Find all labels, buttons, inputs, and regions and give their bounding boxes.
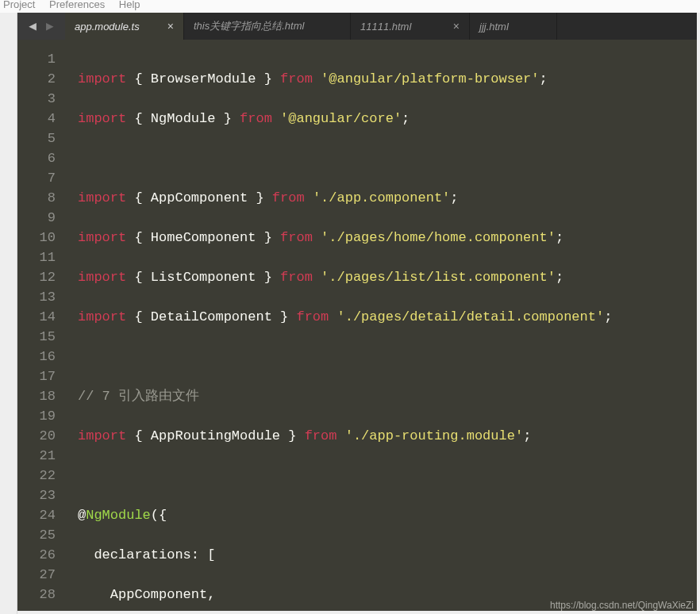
close-icon[interactable]: × — [167, 20, 174, 33]
string: './pages/home/home.component' — [321, 230, 556, 245]
nav-arrows: ◀ ▶ — [17, 13, 65, 40]
menu-project[interactable]: Project — [3, 0, 35, 10]
comment: // 7 引入路由文件 — [78, 389, 199, 404]
code-text: declarations: [ — [78, 547, 215, 562]
tab-label: 11111.html — [360, 21, 411, 33]
symbols: { BrowserModule } — [134, 71, 271, 86]
string: './app-routing.module' — [345, 428, 523, 443]
symbols: { HomeComponent } — [134, 230, 271, 245]
symbols: { NgModule } — [134, 111, 231, 126]
string: './pages/detail/detail.component' — [337, 309, 604, 324]
symbols: { DetailComponent } — [134, 309, 288, 324]
keyword: from — [280, 270, 313, 285]
string: './pages/list/list.component' — [321, 270, 556, 285]
string: '@angular/core' — [280, 111, 402, 126]
keyword: import — [78, 71, 126, 86]
tab-label: app.module.ts — [75, 21, 140, 33]
tab-app-module[interactable]: app.module.ts × — [65, 13, 184, 40]
close-icon[interactable]: × — [453, 20, 460, 33]
keyword: from — [296, 309, 329, 324]
tab-bar: ◀ ▶ app.module.ts × this关键字指向总结.html 111… — [17, 13, 697, 40]
keyword: import — [78, 190, 126, 205]
tab-label: jjj.html — [479, 21, 509, 33]
symbols: { AppComponent } — [134, 190, 263, 205]
keyword: from — [305, 428, 337, 443]
keyword: from — [240, 111, 272, 126]
punct: ; — [450, 190, 458, 205]
punct: ; — [540, 71, 548, 86]
keyword: import — [78, 111, 126, 126]
string: './app.component' — [313, 190, 450, 205]
editor: ◀ ▶ app.module.ts × this关键字指向总结.html 111… — [17, 13, 697, 611]
keyword: import — [78, 230, 126, 245]
punct: ; — [556, 270, 563, 285]
tab-label: this关键字指向总结.html — [194, 19, 304, 33]
keyword: from — [280, 230, 313, 245]
editor-body[interactable]: 1234567891011121314151617181920212223242… — [17, 40, 697, 611]
decorator-name: NgModule — [86, 508, 151, 523]
keyword: import — [78, 270, 126, 285]
keyword: from — [272, 190, 305, 205]
line-gutter: 1234567891011121314151617181920212223242… — [17, 40, 67, 611]
symbols: { AppRoutingModule } — [134, 428, 296, 443]
minimap-strip — [0, 13, 17, 614]
punct: ; — [523, 428, 531, 443]
symbols: { ListComponent } — [134, 270, 271, 285]
string: '@angular/platform-browser' — [321, 71, 539, 86]
tab-jjj[interactable]: jjj.html — [470, 13, 557, 40]
nav-back-icon[interactable]: ◀ — [29, 18, 37, 34]
menu-bar: Project Preferences Help — [0, 0, 700, 13]
tab-11111[interactable]: 11111.html × — [351, 13, 470, 40]
punct: ; — [402, 111, 410, 126]
code-area[interactable]: import { BrowserModule } from '@angular/… — [67, 40, 697, 611]
punct: ; — [556, 230, 563, 245]
menu-preferences[interactable]: Preferences — [49, 0, 105, 10]
decorator-at: @ — [78, 508, 86, 523]
watermark: https://blog.csdn.net/QingWaXieZi — [550, 600, 694, 611]
keyword: import — [78, 309, 126, 324]
tab-this-keyword[interactable]: this关键字指向总结.html — [184, 13, 351, 40]
keyword: import — [78, 428, 126, 443]
nav-forward-icon[interactable]: ▶ — [46, 18, 54, 34]
keyword: from — [280, 71, 313, 86]
menu-help[interactable]: Help — [119, 0, 140, 10]
punct: ({ — [151, 508, 167, 523]
punct: ; — [604, 309, 612, 324]
code-text: AppComponent, — [78, 587, 215, 602]
